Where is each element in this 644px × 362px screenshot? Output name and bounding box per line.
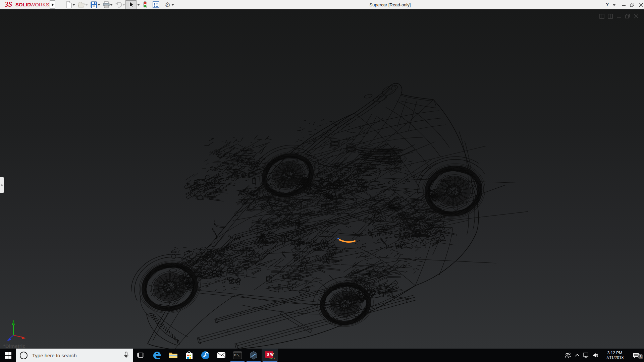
taskbar-clock[interactable]: 3:12 PM 7/11/2018 <box>600 351 629 360</box>
start-button[interactable] <box>0 349 16 362</box>
minimize-button[interactable] <box>620 1 628 9</box>
volume-icon[interactable] <box>591 353 600 358</box>
undo-button[interactable] <box>115 1 123 9</box>
svg-text:S W: S W <box>267 352 274 356</box>
open-dropdown[interactable] <box>85 1 88 9</box>
mail-icon[interactable] <box>213 349 229 362</box>
print-button[interactable] <box>102 1 110 9</box>
performance-button[interactable] <box>141 1 149 9</box>
action-center-icon[interactable]: 3 <box>629 352 643 358</box>
feature-panel-tab[interactable] <box>0 177 4 193</box>
view-orientation-label: *Dimetric <box>3 343 25 349</box>
tray-date: 7/11/2018 <box>600 355 629 360</box>
edge-icon[interactable] <box>149 349 165 362</box>
options-list-button[interactable] <box>152 1 160 9</box>
system-tray: 3:12 PM 7/11/2018 3 <box>563 349 644 362</box>
solidworks-taskbar-icon[interactable]: S W2017 <box>262 349 278 362</box>
network-icon[interactable] <box>582 353 591 358</box>
brand-mark: ЗS <box>5 1 12 8</box>
help-dropdown[interactable] <box>612 1 616 9</box>
hexagon-app-icon[interactable] <box>246 349 262 362</box>
titlebar: ЗS SOLID WORKS <box>0 0 644 9</box>
help-button[interactable]: ? <box>606 1 609 7</box>
notification-badge: 3 <box>638 354 643 359</box>
windows-taskbar: C:\ S W2017 3:12 PM 7/11/2018 <box>0 349 644 362</box>
open-button[interactable] <box>77 1 86 9</box>
close-button[interactable] <box>637 1 644 9</box>
save-dropdown[interactable] <box>97 1 101 9</box>
select-dropdown[interactable] <box>137 1 140 9</box>
select-tool-button[interactable] <box>125 0 137 9</box>
settings-gear-button[interactable]: ⚙ <box>164 1 172 9</box>
svg-text:SOLID: SOLID <box>15 2 31 7</box>
svg-text:2017: 2017 <box>269 357 275 360</box>
task-view-button[interactable] <box>133 349 149 362</box>
window-title: Supercar [Read-only] <box>370 2 411 7</box>
people-icon[interactable] <box>563 352 573 358</box>
menu-flyout-button[interactable] <box>50 0 55 9</box>
save-button[interactable] <box>90 1 98 9</box>
restore-button[interactable] <box>628 1 636 9</box>
cortana-icon <box>20 352 28 359</box>
search-input[interactable] <box>32 353 123 358</box>
store-icon[interactable] <box>181 349 197 362</box>
child-restore-icon <box>626 15 629 18</box>
show-panel-icon <box>600 14 604 18</box>
microphone-icon[interactable] <box>123 352 129 359</box>
file-explorer-icon[interactable] <box>165 349 181 362</box>
document-window-controls[interactable] <box>599 12 642 21</box>
3d-viewport[interactable]: *Dimetric <box>0 9 644 349</box>
tray-time: 3:12 PM <box>600 351 629 355</box>
new-dropdown[interactable] <box>72 1 75 9</box>
show-panel2-icon <box>608 14 612 18</box>
settings-dropdown[interactable] <box>171 1 174 9</box>
undo-dropdown[interactable] <box>122 1 125 9</box>
solidworks-logo: ЗS SOLID WORKS <box>5 1 52 9</box>
tray-chevron-icon[interactable] <box>573 354 582 357</box>
svg-text:C:\: C:\ <box>234 354 239 357</box>
wireframe-model[interactable] <box>0 9 644 349</box>
svg-text:WORKS: WORKS <box>30 2 49 7</box>
command-prompt-icon[interactable]: C:\ <box>229 349 246 362</box>
print-dropdown[interactable] <box>110 1 113 9</box>
taskbar-search[interactable] <box>16 349 133 362</box>
settings-wrench-icon[interactable] <box>197 349 213 362</box>
